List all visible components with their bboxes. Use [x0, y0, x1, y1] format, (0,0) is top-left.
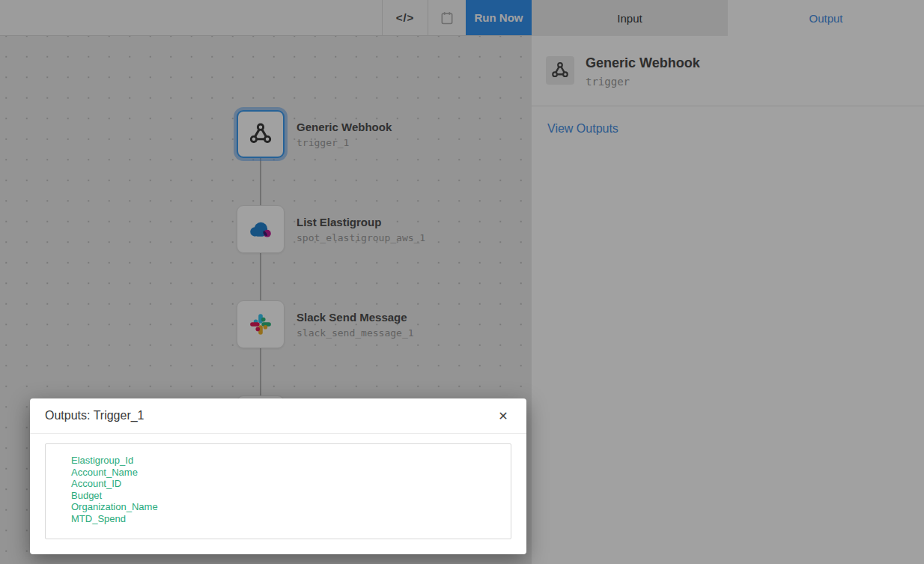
output-item[interactable]: MTD_Spend: [71, 513, 503, 525]
output-item[interactable]: Account_Name: [71, 467, 503, 479]
close-icon[interactable]: ✕: [492, 404, 514, 427]
output-item[interactable]: Budget: [71, 490, 503, 502]
modal-title: Outputs: Trigger_1: [45, 409, 145, 422]
outputs-list: Elastigroup_Id Account_Name Account_ID B…: [45, 443, 511, 539]
output-item[interactable]: Organization_Name: [71, 501, 503, 513]
output-item[interactable]: Elastigroup_Id: [71, 455, 503, 467]
output-item[interactable]: Account_ID: [71, 478, 503, 490]
outputs-modal: Outputs: Trigger_1 ✕ Elastigroup_Id Acco…: [30, 398, 526, 554]
modal-header: Outputs: Trigger_1 ✕: [30, 398, 526, 434]
